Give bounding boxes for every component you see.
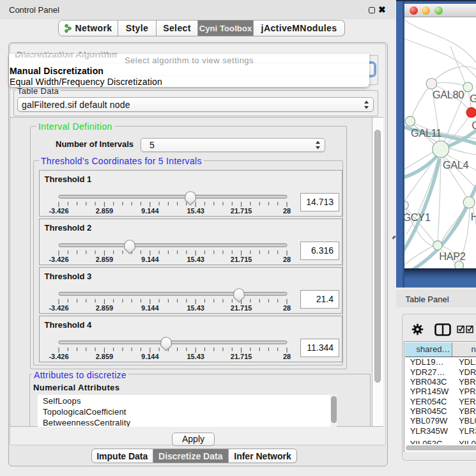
svg-text:-3.426: -3.426 — [49, 304, 68, 312]
svg-text:2.859: 2.859 — [96, 256, 114, 263]
svg-text:2.859: 2.859 — [96, 207, 114, 215]
svg-text:-3.426: -3.426 — [49, 207, 68, 215]
svg-text:GAL: GAL — [470, 93, 476, 104]
svg-text:15.43: 15.43 — [187, 256, 204, 263]
svg-text:21.715: 21.715 — [231, 256, 252, 263]
svg-text:9.144: 9.144 — [141, 207, 159, 215]
svg-text:GAL11: GAL11 — [411, 127, 441, 139]
svg-text:9.144: 9.144 — [141, 256, 159, 263]
svg-text:HAP2: HAP2 — [439, 250, 466, 262]
svg-text:21.715: 21.715 — [231, 304, 252, 312]
svg-text:15.43: 15.43 — [187, 304, 204, 312]
svg-text:9.144: 9.144 — [141, 304, 159, 312]
svg-text:-3.426: -3.426 — [49, 256, 68, 263]
svg-text:-3.426: -3.426 — [49, 353, 68, 360]
svg-text:H: H — [470, 211, 476, 222]
svg-text:28: 28 — [283, 207, 291, 215]
svg-text:28: 28 — [283, 353, 291, 360]
svg-text:28: 28 — [283, 304, 291, 312]
svg-text:28: 28 — [283, 256, 291, 263]
svg-text:21.715: 21.715 — [231, 207, 252, 215]
svg-text:GAL4: GAL4 — [442, 159, 468, 171]
svg-text:GAL80: GAL80 — [432, 89, 463, 100]
svg-text:2.859: 2.859 — [96, 353, 114, 360]
svg-text:GCY1: GCY1 — [404, 211, 431, 223]
svg-text:15.43: 15.43 — [187, 207, 204, 215]
svg-text:CY: CY — [472, 119, 476, 131]
svg-text:2.859: 2.859 — [96, 304, 114, 312]
svg-text:15.43: 15.43 — [187, 353, 204, 360]
svg-text:21.715: 21.715 — [231, 353, 252, 360]
svg-text:9.144: 9.144 — [141, 353, 159, 360]
